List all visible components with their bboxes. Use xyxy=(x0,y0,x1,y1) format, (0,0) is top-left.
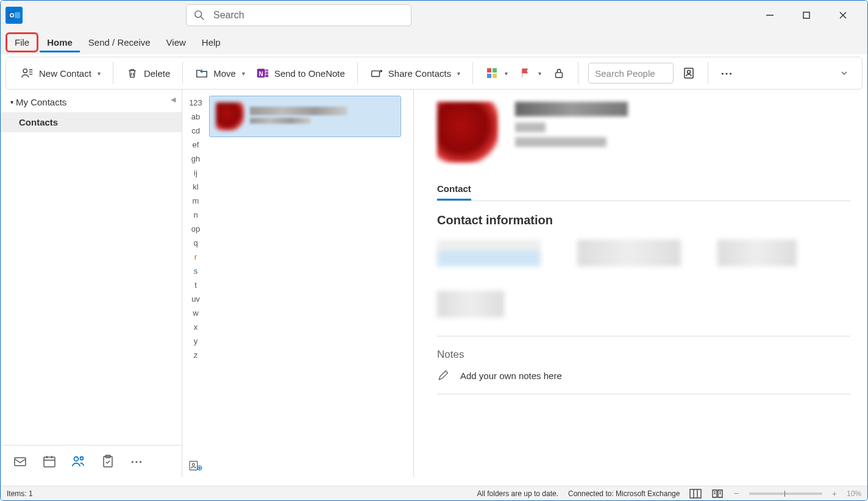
svg-line-5 xyxy=(201,17,204,20)
zoom-in-button[interactable]: + xyxy=(832,489,837,499)
search-placeholder: Search xyxy=(213,10,244,21)
global-address-list-icon[interactable] xyxy=(189,460,202,471)
nav-collapse-button[interactable]: ◀ xyxy=(171,96,176,104)
more-options-button[interactable]: ⋯ xyxy=(718,64,736,82)
svg-rect-22 xyxy=(487,74,491,78)
more-modules-button[interactable]: ⋯ xyxy=(130,454,144,469)
alpha-ij[interactable]: ij xyxy=(194,168,197,177)
zoom-slider[interactable] xyxy=(749,492,822,495)
share-contacts-button[interactable]: Share Contacts ▾ xyxy=(368,64,463,82)
alpha-y[interactable]: y xyxy=(194,336,198,346)
detail-tab-contact[interactable]: Contact xyxy=(437,179,471,201)
nav-header-my-contacts[interactable]: ▾ My Contacts xyxy=(1,90,182,112)
follow-up-button[interactable]: ▾ xyxy=(516,64,544,82)
share-icon xyxy=(370,66,383,80)
svg-point-40 xyxy=(193,463,195,466)
address-book-icon xyxy=(682,66,695,80)
alpha-z[interactable]: z xyxy=(194,350,198,360)
alpha-s[interactable]: s xyxy=(194,266,198,275)
categorize-button[interactable]: ▾ xyxy=(483,64,510,82)
address-book-button[interactable] xyxy=(680,64,698,82)
svg-rect-1 xyxy=(15,12,20,18)
chevron-down-icon: ▾ xyxy=(505,70,508,77)
alpha-ef[interactable]: ef xyxy=(193,140,199,149)
alpha-x[interactable]: x xyxy=(194,322,198,332)
tab-send-receive[interactable]: Send / Receive xyxy=(81,32,158,52)
status-items: Items: 1 xyxy=(7,489,33,498)
new-contact-button[interactable]: New Contact ▾ xyxy=(18,64,103,82)
contact-list-item[interactable] xyxy=(209,96,401,137)
svg-rect-19 xyxy=(372,71,380,76)
svg-rect-24 xyxy=(556,73,563,77)
trash-icon xyxy=(126,66,139,80)
view-reading-button[interactable] xyxy=(711,489,724,499)
notes-section-title: Notes xyxy=(437,349,850,361)
status-folders: All folders are up to date. xyxy=(477,489,558,498)
svg-rect-42 xyxy=(690,489,701,498)
global-search-input[interactable]: Search xyxy=(186,4,411,26)
chevron-down-icon: ▾ xyxy=(98,70,101,77)
close-button[interactable] xyxy=(836,8,850,23)
contact-detail-sub2-redacted xyxy=(515,137,607,147)
ribbon-expand-button[interactable] xyxy=(840,69,856,77)
search-people-input[interactable]: Search People xyxy=(588,63,674,84)
svg-rect-28 xyxy=(44,457,55,467)
alpha-gh[interactable]: gh xyxy=(191,154,200,163)
svg-rect-23 xyxy=(493,74,497,78)
info-field-redacted xyxy=(717,240,797,266)
contact-avatar xyxy=(216,102,244,130)
svg-point-26 xyxy=(688,71,691,74)
person-add-icon xyxy=(21,66,34,80)
tab-view[interactable]: View xyxy=(159,32,193,52)
svg-rect-7 xyxy=(803,12,809,18)
tab-home[interactable]: Home xyxy=(40,32,80,52)
nav-item-contacts[interactable]: Contacts xyxy=(1,112,182,132)
alpha-uv[interactable]: uv xyxy=(191,294,200,304)
svg-point-10 xyxy=(23,69,27,73)
move-button[interactable]: Move ▾ xyxy=(193,64,247,82)
contact-subtitle-redacted xyxy=(250,118,311,124)
svg-rect-18 xyxy=(266,75,269,77)
alpha-cd[interactable]: cd xyxy=(191,126,200,135)
alpha-index: 123 ab cd ef gh ij kl m n op q r s t uv … xyxy=(182,90,209,477)
tab-help[interactable]: Help xyxy=(194,32,228,52)
contact-detail-sub1-redacted xyxy=(515,123,546,132)
tab-file[interactable]: File xyxy=(5,32,38,52)
private-button[interactable] xyxy=(550,64,568,82)
ellipsis-icon: ⋯ xyxy=(720,66,734,80)
info-field-redacted xyxy=(577,240,681,266)
tasks-module-button[interactable] xyxy=(101,454,115,469)
chevron-down-icon: ▾ xyxy=(10,99,13,105)
svg-rect-20 xyxy=(487,68,491,73)
alpha-123[interactable]: 123 xyxy=(189,98,202,107)
svg-point-36 xyxy=(80,457,84,460)
alpha-n[interactable]: n xyxy=(193,210,197,219)
outlook-app-icon xyxy=(5,7,23,24)
alpha-m[interactable]: m xyxy=(193,196,199,205)
mail-module-button[interactable] xyxy=(13,454,27,469)
alpha-r[interactable]: r xyxy=(194,252,197,261)
maximize-button[interactable] xyxy=(799,8,814,23)
alpha-kl[interactable]: kl xyxy=(193,182,198,191)
svg-rect-16 xyxy=(266,69,269,72)
send-to-onenote-button[interactable]: N Send to OneNote xyxy=(254,64,347,82)
view-normal-button[interactable] xyxy=(689,489,702,499)
delete-button[interactable]: Delete xyxy=(123,64,173,82)
calendar-module-button[interactable] xyxy=(42,454,57,469)
alpha-w[interactable]: w xyxy=(193,308,198,318)
zoom-out-button[interactable]: − xyxy=(733,488,739,499)
flag-icon xyxy=(519,66,532,80)
minimize-button[interactable] xyxy=(763,8,777,23)
info-field-redacted xyxy=(437,240,541,266)
alpha-op[interactable]: op xyxy=(191,224,200,233)
zoom-level: 10% xyxy=(847,489,861,498)
alpha-q[interactable]: q xyxy=(193,238,197,247)
notes-placeholder-text[interactable]: Add your own notes here xyxy=(460,371,562,381)
lock-icon xyxy=(552,66,566,80)
svg-rect-27 xyxy=(15,458,26,466)
status-connected: Connected to: Microsoft Exchange xyxy=(568,489,680,498)
alpha-t[interactable]: t xyxy=(194,280,197,290)
people-module-button[interactable] xyxy=(71,454,86,469)
alpha-ab[interactable]: ab xyxy=(191,112,200,121)
svg-point-3 xyxy=(11,14,13,16)
